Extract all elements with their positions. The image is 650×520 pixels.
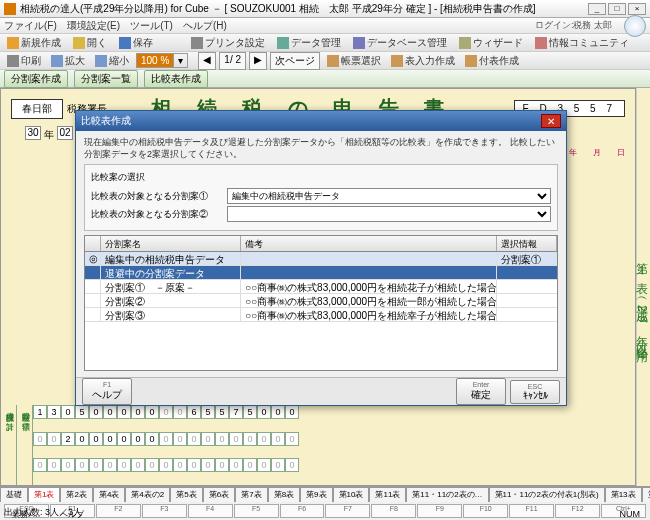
dialog-title: 比較表作成 [81,114,131,128]
tab-15[interactable]: 第14表 [642,487,650,502]
make2-button[interactable]: 付表作成 [462,53,522,69]
tab-12[interactable]: 第11・11の2表の… [406,487,488,502]
dialog-footer: F1ヘルプ Enter確定 ESCｷｬﾝｾﾙ [76,377,566,405]
tab-5[interactable]: 第5表 [170,487,202,502]
date-cell[interactable]: 30 [25,126,41,140]
make1-button[interactable]: 表入力作成 [388,53,458,69]
dialog-titlebar[interactable]: 比較表作成 ✕ [76,111,566,131]
zoom-out-button[interactable]: 縮小 [92,53,132,69]
plan-row[interactable]: ◎編集中の相続税申告データ分割案① [85,252,557,266]
new-button[interactable]: 新規作成 [4,35,64,51]
fkey-F3[interactable]: F3 [142,504,187,518]
calc-grid: 課税価格の計算 取得財産の価額 130500000006557500000200… [1,405,635,485]
menu-help[interactable]: ヘルプ(H) [183,19,227,33]
status-left: 出力人数: 3人／3人 [4,506,82,519]
col-name: 分割案名 [101,236,241,251]
fkey-F2[interactable]: F2 [96,504,141,518]
menu-file[interactable]: ファイル(F) [4,19,57,33]
tab-11[interactable]: 第11表 [369,487,406,502]
date-cell[interactable]: 02 [57,126,73,140]
fkey-F7[interactable]: F7 [325,504,370,518]
frame-title: 比較案の選択 [91,171,551,184]
db-button[interactable]: データベース管理 [350,35,450,51]
plan-row[interactable]: 分割案②○○商事㈱の株式83,000,000円を相続一郎が相続した場合 [85,294,557,308]
tab-9[interactable]: 第9表 [300,487,332,502]
split-create-button[interactable]: 分割案作成 [4,70,68,88]
login-label: ログイン:税務 太郎 [535,19,612,32]
toolbar-split: 分割案作成 分割案一覧 比較表作成 [0,70,650,88]
brand-icon [624,15,646,37]
wizard-button[interactable]: ウィザード [456,35,526,51]
save-button[interactable]: 保存 [116,35,156,51]
window-title: 相続税の達人(平成29年分以降用) for Cube － [ SOUZOKU00… [20,2,536,16]
selection-frame: 比較案の選択 比較表の対象となる分割案①編集中の相続税申告データ 比較表の対象と… [84,164,558,231]
sel1-combo[interactable]: 編集中の相続税申告データ [227,188,551,204]
fkey-F10[interactable]: F10 [463,504,508,518]
fkey-F5[interactable]: F5 [234,504,279,518]
cancel-button[interactable]: ESCｷｬﾝｾﾙ [510,380,560,404]
menu-env[interactable]: 環境設定(E) [67,19,120,33]
fkey-F9[interactable]: F9 [417,504,462,518]
next-page-label[interactable]: 次ページ [270,52,320,70]
tab-8[interactable]: 第8表 [268,487,300,502]
sel1-label: 比較表の対象となる分割案① [91,190,221,203]
menu-bar: ファイル(F) 環境設定(E) ツール(T) ヘルプ(H) ログイン:税務 太郎 [0,18,650,34]
plan-row[interactable]: 分割案③○○商事㈱の株式83,000,000円を相続幸子が相続した場合 [85,308,557,322]
fkey-F12[interactable]: F12 [555,504,600,518]
toolbar-view: 印刷 拡大 縮小 100 %▾ ◀ 1/ 2 ▶ 次ページ 帳票選択 表入力作成… [0,52,650,70]
printer-button[interactable]: プリンタ設定 [188,35,268,51]
ok-button[interactable]: Enter確定 [456,378,506,405]
plan-row[interactable]: 退避中の分割案データ [85,266,557,280]
tab-14[interactable]: 第13表 [605,487,642,502]
status-num: NUM [620,509,641,519]
print-button[interactable]: 印刷 [4,53,44,69]
community-button[interactable]: 情報コミュニティ [532,35,632,51]
fkey-F4[interactable]: F4 [188,504,233,518]
sel2-combo[interactable] [227,206,551,222]
app-icon [4,3,16,15]
sel2-label: 比較表の対象となる分割案② [91,208,221,221]
tax-office[interactable]: 春日部 [11,99,63,119]
zoom-in-button[interactable]: 拡大 [48,53,88,69]
window-titlebar: 相続税の達人(平成29年分以降用) for Cube － [ SOUZOKU00… [0,0,650,18]
tab-13[interactable]: 第11・11の2表の付表1(別表) [489,487,605,502]
tab-0[interactable]: 基礎 [0,487,28,502]
date-cell[interactable]: 年 [43,126,55,144]
prev-page-button[interactable]: ◀ [198,52,216,70]
minimize-button[interactable]: _ [588,3,606,15]
split-list-button[interactable]: 分割案一覧 [74,70,138,88]
tab-10[interactable]: 第10表 [333,487,370,502]
plans-grid[interactable]: 分割案名 備考 選択情報 ◎編集中の相続税申告データ分割案①退避中の分割案データ… [84,235,558,371]
open-button[interactable]: 開く [70,35,110,51]
toolbar-main: 新規作成 開く 保存 プリンタ設定 データ管理 データベース管理 ウィザード 情… [0,34,650,52]
compare-dialog: 比較表作成 ✕ 現在編集中の相続税申告データ及び退避した分割案データから「相続税… [75,110,567,406]
tab-2[interactable]: 第2表 [60,487,92,502]
close-button[interactable]: × [628,3,646,15]
next-page-button[interactable]: ▶ [249,52,267,70]
tab-4[interactable]: 第4表の2 [125,487,170,502]
vlabel-2: 取得財産の価額 [17,405,33,485]
tab-7[interactable]: 第7表 [235,487,267,502]
fkey-F11[interactable]: F11 [509,504,554,518]
dialog-message: 現在編集中の相続税申告データ及び退避した分割案データから「相続税額等の比較表」を… [84,137,558,160]
col-note: 備考 [241,236,497,251]
form-select-button[interactable]: 帳票選択 [324,53,384,69]
fkey-F6[interactable]: F6 [280,504,325,518]
help-button[interactable]: F1ヘルプ [82,378,132,405]
dialog-close-button[interactable]: ✕ [541,114,561,128]
vlabel-1: 課税価格の計算 [1,405,17,485]
tab-1[interactable]: 第1表 [28,487,60,502]
fkey-F8[interactable]: F8 [371,504,416,518]
maximize-button[interactable]: □ [608,3,626,15]
compare-create-button[interactable]: 比較表作成 [144,70,208,88]
tab-6[interactable]: 第6表 [203,487,235,502]
zoom-select[interactable]: 100 %▾ [136,53,188,68]
data-button[interactable]: データ管理 [274,35,344,51]
col-sel: 選択情報 [497,236,557,251]
side-title: 第１表 （平成29年分以降用） [636,88,650,486]
menu-tool[interactable]: ツール(T) [130,19,173,33]
sheet-tabs: 基礎第1表第2表第4表第4表の2第5表第6表第7表第8表第9表第10表第11表第… [0,486,650,502]
tab-3[interactable]: 第4表 [93,487,125,502]
plan-row[interactable]: 分割案① －原案－○○商事㈱の株式83,000,000円を相続花子が相続した場合 [85,280,557,294]
fkey-bar: ESC業務ﾒ…F1ヘルプF2F3F4F5F6F7F8F9F10F11F12Ctr… [0,504,650,518]
